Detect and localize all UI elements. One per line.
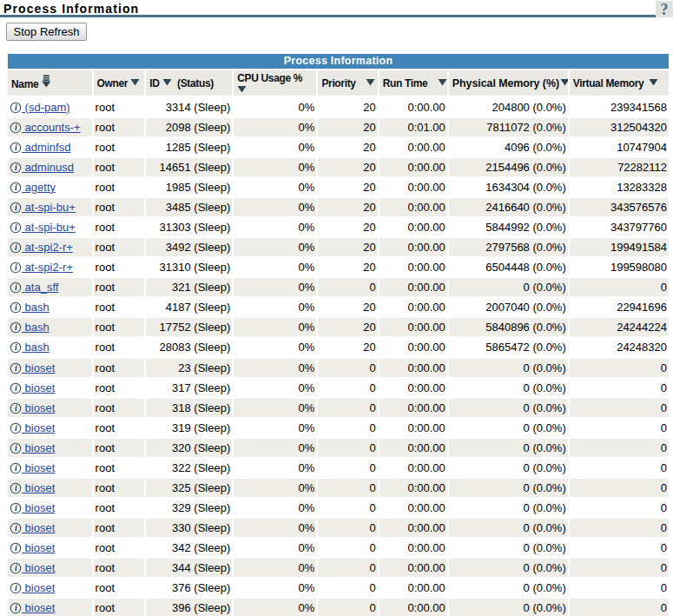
svg-text:i: i bbox=[15, 182, 17, 192]
svg-text:i: i bbox=[15, 343, 17, 353]
svg-text:i: i bbox=[15, 162, 17, 172]
svg-text:i: i bbox=[15, 544, 17, 553]
svg-text:i: i bbox=[15, 524, 17, 533]
svg-text:i: i bbox=[15, 323, 17, 333]
svg-text:i: i bbox=[15, 363, 17, 373]
svg-text:i: i bbox=[15, 303, 17, 313]
svg-text:i: i bbox=[15, 202, 17, 212]
svg-text:i: i bbox=[15, 142, 17, 152]
svg-text:i: i bbox=[15, 443, 17, 453]
svg-text:i: i bbox=[15, 423, 17, 433]
svg-text:i: i bbox=[15, 584, 17, 593]
svg-text:i: i bbox=[15, 222, 17, 232]
svg-text:i: i bbox=[15, 123, 17, 132]
svg-text:i: i bbox=[15, 564, 17, 573]
svg-text:i: i bbox=[15, 503, 17, 513]
svg-text:i: i bbox=[15, 383, 17, 393]
svg-text:i: i bbox=[15, 263, 17, 273]
svg-text:i: i bbox=[15, 403, 17, 413]
svg-text:i: i bbox=[15, 483, 17, 493]
svg-text:i: i bbox=[15, 463, 17, 473]
svg-text:i: i bbox=[15, 283, 17, 293]
svg-text:i: i bbox=[15, 242, 17, 252]
svg-text:i: i bbox=[15, 103, 17, 112]
svg-text:i: i bbox=[15, 604, 17, 613]
